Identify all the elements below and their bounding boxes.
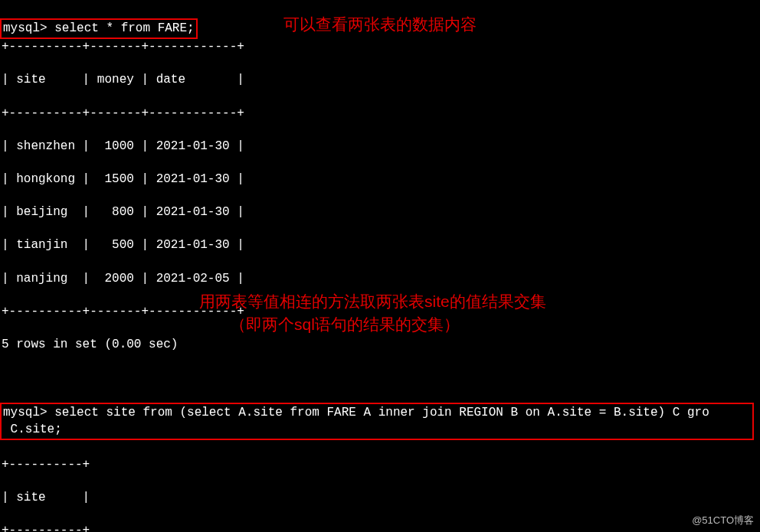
watermark: @51CTO博客 (692, 514, 754, 527)
fare-sep-mid: +----------+-------+------------+ (2, 106, 758, 122)
query-2-line1: select site from (select A.site from FAR… (54, 406, 709, 419)
site-header: | site | (2, 490, 758, 507)
fare-row: | hongkong | 1500 | 2021-01-30 | (2, 171, 758, 188)
prompt: mysql> (3, 21, 48, 35)
fare-row: | shenzhen | 1000 | 2021-01-30 | (2, 139, 758, 155)
annotation-1: 可以查看两张表的数据内容 (283, 14, 477, 35)
query-2-line2: C.site; (3, 423, 62, 436)
annotation-3: （即两个sql语句的结果的交集） (230, 314, 460, 335)
fare-row: | tianjin | 500 | 2021-01-30 | (2, 237, 758, 254)
site-sep-mid: +----------+ (2, 523, 758, 532)
site-sep-top: +----------+ (2, 457, 758, 474)
fare-footer: 5 rows in set (0.00 sec) (2, 337, 758, 354)
annotation-2: 用两表等值相连的方法取两张表site的值结果交集 (199, 291, 546, 312)
query-2-highlight: mysql> select site from (select A.site f… (0, 403, 754, 440)
fare-header: | site | money | date | (2, 72, 758, 89)
query-1-highlight: mysql> select * from FARE; (0, 18, 198, 40)
query-1: select * from FARE; (54, 21, 194, 35)
terminal-output: mysql> select * from FARE; +----------+-… (2, 2, 758, 532)
prompt: mysql> (3, 406, 48, 419)
fare-row: | beijing | 800 | 2021-01-30 | (2, 204, 758, 221)
fare-row: | nanjing | 2000 | 2021-02-05 | (2, 271, 758, 288)
fare-sep-top: +----------+-------+------------+ (2, 39, 758, 56)
